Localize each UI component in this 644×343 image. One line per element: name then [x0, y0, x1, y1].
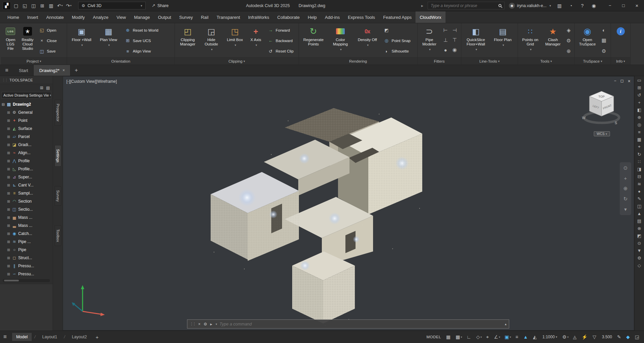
side-tool-icon[interactable]: ✎: [636, 196, 643, 201]
save-ucs-button[interactable]: Save UCS: [124, 36, 168, 45]
panel-label-tools[interactable]: Tools: [518, 57, 574, 65]
point-snap-button[interactable]: Point Snap: [382, 36, 413, 45]
object-snap-icon[interactable]: ▣▾: [504, 334, 512, 341]
reset-clip-button[interactable]: Reset Clip: [267, 47, 295, 56]
toolspace-properties-icon[interactable]: ▤: [46, 85, 50, 90]
tab-model[interactable]: Model: [12, 333, 32, 341]
dropdown-arrow[interactable]: [529, 47, 532, 52]
toolspace-tab[interactable]: Toolbox: [55, 225, 61, 246]
viewcube-south-label[interactable]: S: [615, 121, 617, 125]
expand-icon[interactable]: [7, 248, 10, 252]
toolspace-header[interactable]: ⋮⋮ TOOLSPACE: [0, 76, 53, 84]
tree-item[interactable]: Sampl...: [0, 189, 53, 197]
undo-icon[interactable]: ↶▾: [56, 2, 64, 10]
save-project-button[interactable]: Save: [38, 47, 64, 56]
tree-item[interactable]: Gradi...: [0, 141, 53, 149]
plan-view-button[interactable]: Plan View: [95, 24, 122, 57]
command-line[interactable]: ⋮⋮ × ⚙ ▸ ▴: [187, 319, 509, 329]
tree-item[interactable]: Point: [0, 116, 53, 125]
save-as-icon[interactable]: ⊞: [38, 2, 47, 10]
dropdown-arrow[interactable]: [107, 43, 110, 47]
ribbon-tab[interactable]: Manage: [130, 11, 154, 23]
minimize-button[interactable]: [607, 3, 613, 8]
workspace-selector[interactable]: Civil 3D: [78, 2, 146, 9]
dropdown-arrow[interactable]: [80, 43, 83, 47]
info-button[interactable]: [612, 24, 629, 57]
viewcube-top-face[interactable]: TOP: [599, 95, 605, 98]
recent-commands-icon[interactable]: ▸: [210, 322, 212, 327]
expand-icon[interactable]: [7, 256, 10, 260]
dropdown-arrow[interactable]: [474, 47, 477, 52]
model-viewport[interactable]: [-][Custom View][Wireframe]: [63, 76, 634, 331]
toolspace-panorama-icon[interactable]: ⊞: [40, 85, 43, 90]
tree-item[interactable]: Struct...: [0, 254, 53, 262]
hardware-shield-icon[interactable]: ◆: [625, 334, 631, 340]
expand-icon[interactable]: [7, 224, 10, 228]
tab-start[interactable]: Start: [13, 65, 34, 76]
ribbon-tab[interactable]: Express Tools: [344, 11, 379, 23]
new-file-icon[interactable]: ▢: [12, 2, 20, 10]
viewport-close-icon[interactable]: [628, 78, 631, 84]
dropdown-arrow[interactable]: [501, 43, 504, 47]
command-customize-icon[interactable]: ⚙: [204, 322, 207, 327]
expand-icon[interactable]: [7, 272, 10, 276]
toolspace-tab[interactable]: Settings: [55, 145, 61, 167]
side-tool-icon[interactable]: ◧: [636, 107, 643, 112]
dropdown-arrow[interactable]: [254, 43, 257, 47]
side-tool-icon[interactable]: ∷: [636, 159, 643, 164]
clip-backward-button[interactable]: Backward: [267, 36, 295, 45]
command-close-icon[interactable]: ×: [198, 322, 201, 327]
ribbon-tab[interactable]: Help: [304, 11, 321, 23]
clash-manager-button[interactable]: Clash Manager: [542, 24, 564, 57]
side-tool-icon[interactable]: ▦: [636, 137, 643, 142]
side-tool-icon[interactable]: ≡: [636, 130, 643, 134]
workspace-dropdown-icon[interactable]: [140, 3, 142, 8]
ribbon-tab[interactable]: CloudWorx: [416, 11, 445, 23]
collapse-icon[interactable]: [1, 102, 5, 107]
x-axis-button[interactable]: X Axis: [247, 24, 265, 57]
side-tool-icon[interactable]: ◨: [636, 167, 643, 171]
tree-item[interactable]: Mass ...: [0, 221, 53, 230]
workspace-gear-icon[interactable]: ⚙▾: [562, 334, 570, 340]
viewport-minimize-icon[interactable]: [614, 78, 616, 84]
viewport-controls-label[interactable]: [-][Custom View][Wireframe]: [66, 79, 117, 84]
ribbon-tab[interactable]: Analyze: [89, 11, 113, 23]
save-icon[interactable]: ◫: [30, 2, 38, 10]
palette-grip-icon[interactable]: ⋮⋮: [2, 78, 7, 82]
annotation-scale-selector[interactable]: 1:1000: [541, 334, 558, 340]
navigation-tool-icon[interactable]: ▾: [624, 206, 627, 212]
scrollbar-thumb[interactable]: [4, 280, 19, 281]
side-tool-icon[interactable]: ●: [636, 189, 643, 194]
graphics-performance-icon[interactable]: ⚡: [581, 334, 589, 340]
tree-item[interactable]: Section: [0, 197, 53, 205]
expand-icon[interactable]: [7, 110, 10, 115]
wcs-menu[interactable]: WCS: [594, 131, 610, 136]
navigation-tool-icon[interactable]: ⊙: [623, 165, 628, 171]
point-cloud-value[interactable]: 3.500: [601, 334, 613, 340]
tree-item[interactable]: Catch...: [0, 230, 53, 238]
expand-icon[interactable]: [7, 240, 10, 244]
user-account-menu[interactable]: iryna.valiukh-e...: [509, 3, 551, 9]
align-view-button[interactable]: Align View: [124, 47, 168, 56]
floor-plan-button[interactable]: Floor Plan: [490, 24, 516, 57]
model-space-indicator[interactable]: MODEL: [426, 335, 441, 339]
side-tool-icon[interactable]: ▤: [636, 218, 643, 223]
expand-icon[interactable]: [7, 183, 10, 187]
panel-label-rendering[interactable]: Rendering: [299, 57, 417, 65]
navigation-tool-icon[interactable]: +: [624, 175, 627, 181]
side-tool-icon[interactable]: +: [636, 100, 643, 105]
tree-item[interactable]: Pipe ...: [0, 238, 53, 246]
side-tool-icon[interactable]: ⊟: [636, 174, 643, 179]
panel-label-fitters[interactable]: Fitters: [418, 57, 461, 65]
viewport-restore-icon[interactable]: [620, 78, 624, 84]
close-button[interactable]: [634, 3, 640, 8]
pipe-modeler-button[interactable]: Pipe Modeler: [419, 24, 440, 57]
panel-label-info[interactable]: Info: [611, 57, 630, 65]
open-project-button[interactable]: Open: [38, 26, 64, 35]
color-mapping-button[interactable]: Color Mapping: [327, 24, 354, 57]
side-tool-icon[interactable]: ⊞: [636, 85, 643, 90]
side-tool-icon[interactable]: ⊗: [636, 226, 643, 231]
ribbon-tab[interactable]: Featured Apps: [379, 11, 416, 23]
tree-item[interactable]: Parcel: [0, 133, 53, 141]
command-history-icon[interactable]: ▴: [505, 322, 507, 326]
